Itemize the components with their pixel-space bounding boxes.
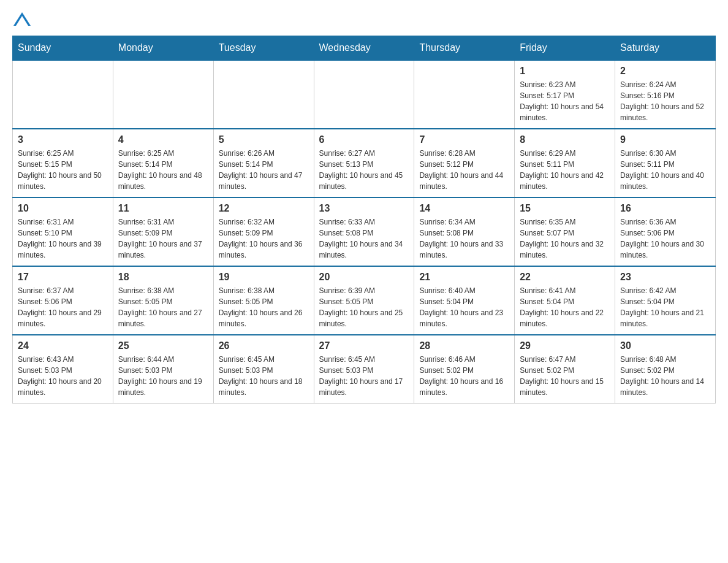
col-sunday: Sunday <box>13 36 113 61</box>
day-number: 4 <box>118 134 208 145</box>
calendar-cell: 12Sunrise: 6:32 AMSunset: 5:09 PMDayligh… <box>213 197 314 266</box>
calendar-cell <box>113 60 213 129</box>
day-info: Sunrise: 6:33 AMSunset: 5:08 PMDaylight:… <box>319 216 409 261</box>
col-wednesday: Wednesday <box>314 36 414 61</box>
day-number: 28 <box>419 340 509 351</box>
col-monday: Monday <box>113 36 213 61</box>
day-number: 14 <box>419 203 509 214</box>
day-number: 22 <box>520 272 610 283</box>
col-saturday: Saturday <box>615 36 716 61</box>
logo-icon <box>13 12 31 26</box>
calendar-cell: 26Sunrise: 6:45 AMSunset: 5:03 PMDayligh… <box>213 335 314 404</box>
day-number: 21 <box>419 272 509 283</box>
day-info: Sunrise: 6:31 AMSunset: 5:10 PMDaylight:… <box>18 216 108 261</box>
calendar-cell: 16Sunrise: 6:36 AMSunset: 5:06 PMDayligh… <box>615 197 716 266</box>
day-info: Sunrise: 6:44 AMSunset: 5:03 PMDaylight:… <box>118 354 208 398</box>
day-info: Sunrise: 6:41 AMSunset: 5:04 PMDaylight:… <box>520 285 610 329</box>
calendar-week-row: 10Sunrise: 6:31 AMSunset: 5:10 PMDayligh… <box>13 197 716 266</box>
calendar-cell <box>414 60 515 129</box>
day-info: Sunrise: 6:43 AMSunset: 5:03 PMDaylight:… <box>18 354 108 398</box>
day-number: 23 <box>620 272 710 283</box>
day-number: 19 <box>219 272 309 283</box>
day-number: 16 <box>620 203 710 214</box>
day-number: 7 <box>419 134 509 145</box>
calendar-cell <box>213 60 314 129</box>
calendar-cell: 20Sunrise: 6:39 AMSunset: 5:05 PMDayligh… <box>314 266 414 335</box>
calendar-week-row: 17Sunrise: 6:37 AMSunset: 5:06 PMDayligh… <box>13 266 716 335</box>
day-number: 17 <box>18 272 108 283</box>
day-info: Sunrise: 6:25 AMSunset: 5:14 PMDaylight:… <box>118 148 208 192</box>
calendar-week-row: 3Sunrise: 6:25 AMSunset: 5:15 PMDaylight… <box>13 129 716 197</box>
day-number: 11 <box>118 203 208 214</box>
day-info: Sunrise: 6:26 AMSunset: 5:14 PMDaylight:… <box>219 148 309 192</box>
calendar-cell: 10Sunrise: 6:31 AMSunset: 5:10 PMDayligh… <box>13 197 113 266</box>
day-info: Sunrise: 6:27 AMSunset: 5:13 PMDaylight:… <box>319 148 409 192</box>
calendar-cell: 19Sunrise: 6:38 AMSunset: 5:05 PMDayligh… <box>213 266 314 335</box>
calendar-cell: 5Sunrise: 6:26 AMSunset: 5:14 PMDaylight… <box>213 129 314 197</box>
calendar-cell: 9Sunrise: 6:30 AMSunset: 5:11 PMDaylight… <box>615 129 716 197</box>
calendar-cell: 18Sunrise: 6:38 AMSunset: 5:05 PMDayligh… <box>113 266 213 335</box>
page-header <box>12 12 716 26</box>
calendar-table: Sunday Monday Tuesday Wednesday Thursday… <box>12 36 716 404</box>
day-info: Sunrise: 6:47 AMSunset: 5:02 PMDaylight:… <box>520 354 610 398</box>
calendar-cell: 15Sunrise: 6:35 AMSunset: 5:07 PMDayligh… <box>515 197 615 266</box>
day-number: 20 <box>319 272 409 283</box>
logo <box>12 12 31 26</box>
day-number: 2 <box>620 66 710 77</box>
calendar-cell: 1Sunrise: 6:23 AMSunset: 5:17 PMDaylight… <box>515 60 615 129</box>
day-info: Sunrise: 6:45 AMSunset: 5:03 PMDaylight:… <box>219 354 309 398</box>
day-info: Sunrise: 6:28 AMSunset: 5:12 PMDaylight:… <box>419 148 509 192</box>
calendar-cell: 28Sunrise: 6:46 AMSunset: 5:02 PMDayligh… <box>414 335 515 404</box>
day-number: 29 <box>520 340 610 351</box>
day-number: 15 <box>520 203 610 214</box>
col-tuesday: Tuesday <box>213 36 314 61</box>
calendar-cell: 17Sunrise: 6:37 AMSunset: 5:06 PMDayligh… <box>13 266 113 335</box>
day-info: Sunrise: 6:31 AMSunset: 5:09 PMDaylight:… <box>118 216 208 261</box>
calendar-cell: 6Sunrise: 6:27 AMSunset: 5:13 PMDaylight… <box>314 129 414 197</box>
day-info: Sunrise: 6:39 AMSunset: 5:05 PMDaylight:… <box>319 285 409 329</box>
day-info: Sunrise: 6:37 AMSunset: 5:06 PMDaylight:… <box>18 285 108 329</box>
day-number: 1 <box>520 66 610 77</box>
calendar-cell <box>314 60 414 129</box>
calendar-cell: 21Sunrise: 6:40 AMSunset: 5:04 PMDayligh… <box>414 266 515 335</box>
day-info: Sunrise: 6:42 AMSunset: 5:04 PMDaylight:… <box>620 285 710 329</box>
calendar-cell: 24Sunrise: 6:43 AMSunset: 5:03 PMDayligh… <box>13 335 113 404</box>
calendar-cell: 2Sunrise: 6:24 AMSunset: 5:16 PMDaylight… <box>615 60 716 129</box>
day-number: 13 <box>319 203 409 214</box>
day-info: Sunrise: 6:48 AMSunset: 5:02 PMDaylight:… <box>620 354 710 398</box>
calendar-cell: 27Sunrise: 6:45 AMSunset: 5:03 PMDayligh… <box>314 335 414 404</box>
calendar-week-row: 24Sunrise: 6:43 AMSunset: 5:03 PMDayligh… <box>13 335 716 404</box>
day-number: 5 <box>219 134 309 145</box>
day-info: Sunrise: 6:29 AMSunset: 5:11 PMDaylight:… <box>520 148 610 192</box>
day-number: 12 <box>219 203 309 214</box>
day-number: 6 <box>319 134 409 145</box>
day-info: Sunrise: 6:38 AMSunset: 5:05 PMDaylight:… <box>219 285 309 329</box>
calendar-cell: 25Sunrise: 6:44 AMSunset: 5:03 PMDayligh… <box>113 335 213 404</box>
day-info: Sunrise: 6:25 AMSunset: 5:15 PMDaylight:… <box>18 148 108 192</box>
col-friday: Friday <box>515 36 615 61</box>
calendar-cell: 13Sunrise: 6:33 AMSunset: 5:08 PMDayligh… <box>314 197 414 266</box>
day-info: Sunrise: 6:24 AMSunset: 5:16 PMDaylight:… <box>620 79 710 123</box>
calendar-cell <box>13 60 113 129</box>
day-info: Sunrise: 6:38 AMSunset: 5:05 PMDaylight:… <box>118 285 208 329</box>
day-info: Sunrise: 6:35 AMSunset: 5:07 PMDaylight:… <box>520 216 610 261</box>
day-number: 24 <box>18 340 108 351</box>
calendar-cell: 23Sunrise: 6:42 AMSunset: 5:04 PMDayligh… <box>615 266 716 335</box>
day-info: Sunrise: 6:45 AMSunset: 5:03 PMDaylight:… <box>319 354 409 398</box>
calendar-cell: 7Sunrise: 6:28 AMSunset: 5:12 PMDaylight… <box>414 129 515 197</box>
col-thursday: Thursday <box>414 36 515 61</box>
calendar-cell: 11Sunrise: 6:31 AMSunset: 5:09 PMDayligh… <box>113 197 213 266</box>
day-number: 30 <box>620 340 710 351</box>
day-number: 25 <box>118 340 208 351</box>
day-info: Sunrise: 6:23 AMSunset: 5:17 PMDaylight:… <box>520 79 610 123</box>
calendar-cell: 8Sunrise: 6:29 AMSunset: 5:11 PMDaylight… <box>515 129 615 197</box>
calendar-cell: 14Sunrise: 6:34 AMSunset: 5:08 PMDayligh… <box>414 197 515 266</box>
calendar-cell: 30Sunrise: 6:48 AMSunset: 5:02 PMDayligh… <box>615 335 716 404</box>
day-info: Sunrise: 6:36 AMSunset: 5:06 PMDaylight:… <box>620 216 710 261</box>
calendar-cell: 4Sunrise: 6:25 AMSunset: 5:14 PMDaylight… <box>113 129 213 197</box>
day-info: Sunrise: 6:30 AMSunset: 5:11 PMDaylight:… <box>620 148 710 192</box>
calendar-header-row: Sunday Monday Tuesday Wednesday Thursday… <box>13 36 716 61</box>
calendar-week-row: 1Sunrise: 6:23 AMSunset: 5:17 PMDaylight… <box>13 60 716 129</box>
day-number: 18 <box>118 272 208 283</box>
day-info: Sunrise: 6:32 AMSunset: 5:09 PMDaylight:… <box>219 216 309 261</box>
